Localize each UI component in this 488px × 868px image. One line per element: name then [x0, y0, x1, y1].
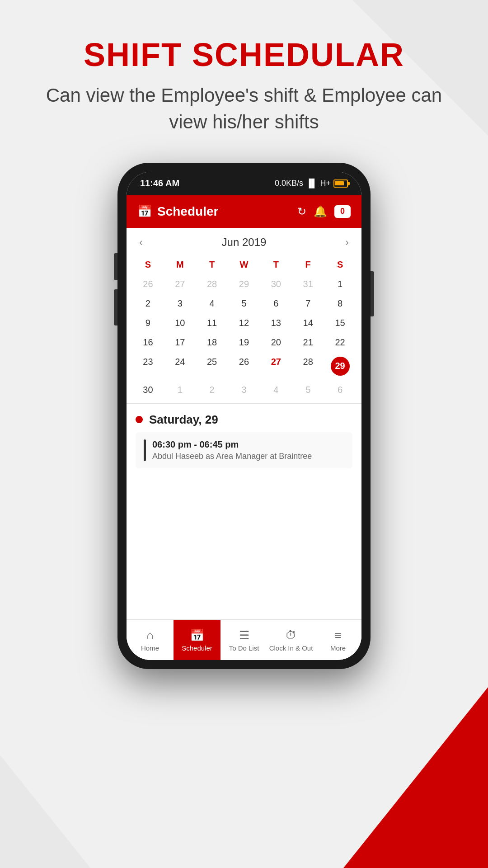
notification-badge[interactable]: 0	[334, 205, 351, 218]
cal-cell[interactable]: 17	[164, 333, 196, 352]
phone-mockup: 11:46 AM 0.0KB/s ▐▌ H+ 📅 Scheduler	[117, 163, 371, 669]
app-calendar-icon: 📅	[137, 204, 152, 218]
cal-cell[interactable]: 2	[196, 380, 228, 400]
cal-cell[interactable]: 3	[228, 380, 260, 400]
app-bar: 📅 Scheduler ↻ 🔔 0	[127, 195, 361, 228]
cal-cell[interactable]: 7	[292, 294, 324, 313]
app-bar-left: 📅 Scheduler	[137, 204, 218, 219]
calendar-header: ‹ Jun 2019 ›	[127, 228, 361, 257]
more-icon: ≡	[334, 628, 341, 642]
event-info: 06:30 pm - 06:45 pm Abdul Haseeb as Area…	[152, 439, 312, 461]
cal-cell[interactable]: 22	[324, 333, 356, 352]
cal-cell[interactable]: 19	[228, 333, 260, 352]
scheduler-icon: 📅	[190, 628, 204, 642]
cal-cell[interactable]: 6	[260, 294, 292, 313]
calendar-grid: S M T W T F S 26 27 28 29 30	[127, 257, 361, 400]
cal-cell[interactable]: 30	[132, 380, 164, 400]
next-month-button[interactable]: ›	[345, 236, 349, 249]
day-header-tue: T	[196, 257, 228, 273]
cal-cell[interactable]: 10	[164, 313, 196, 333]
cal-cell[interactable]: 23	[132, 352, 164, 380]
cal-cell[interactable]: 28	[292, 352, 324, 380]
cal-cell[interactable]: 15	[324, 313, 356, 333]
cal-cell[interactable]: 29	[228, 274, 260, 294]
todo-icon: ☰	[239, 628, 249, 642]
cal-cell[interactable]: 31	[292, 274, 324, 294]
cal-cell[interactable]: 24	[164, 352, 196, 380]
nav-label-scheduler: Scheduler	[182, 644, 212, 652]
bg-decoration-bottom-left	[0, 755, 90, 868]
status-time: 11:46 AM	[140, 178, 179, 189]
nav-item-more[interactable]: ≡ More	[314, 620, 361, 660]
battery-icon	[333, 179, 348, 188]
cal-cell[interactable]: 11	[196, 313, 228, 333]
cal-cell[interactable]: 30	[260, 274, 292, 294]
bg-decoration-bottom-right	[343, 687, 488, 868]
nav-item-home[interactable]: ⌂ Home	[127, 620, 174, 660]
cal-cell[interactable]: 1	[164, 380, 196, 400]
event-bar	[144, 439, 146, 461]
calendar-section: ‹ Jun 2019 › S M T W T F S	[127, 228, 361, 660]
cal-cell[interactable]: 13	[260, 313, 292, 333]
page-header: SHIFT SCHEDULAR Can view the Employee's …	[0, 0, 488, 136]
nav-item-scheduler[interactable]: 📅 Scheduler	[174, 620, 221, 660]
cal-cell[interactable]: 25	[196, 352, 228, 380]
cal-cell[interactable]: 26	[228, 352, 260, 380]
cal-cell[interactable]: 18	[196, 333, 228, 352]
app-bar-right: ↻ 🔔 0	[297, 205, 351, 218]
calendar-week-4: 16 17 18 19 20 21 22	[132, 333, 356, 352]
day-header-thu: T	[260, 257, 292, 273]
app-bar-title: Scheduler	[157, 204, 218, 219]
cal-cell[interactable]: 5	[228, 294, 260, 313]
day-header-mon: M	[164, 257, 196, 273]
cal-cell[interactable]: 2	[132, 294, 164, 313]
cal-cell[interactable]: 4	[196, 294, 228, 313]
cal-cell-today[interactable]: 27	[260, 352, 292, 380]
day-header-wed: W	[228, 257, 260, 273]
day-header-sun: S	[132, 257, 164, 273]
cal-cell[interactable]: 5	[292, 380, 324, 400]
event-date-row: Saturday, 29	[136, 413, 352, 427]
cal-cell[interactable]: 8	[324, 294, 356, 313]
cal-cell[interactable]: 14	[292, 313, 324, 333]
nav-label-home: Home	[141, 644, 159, 652]
cal-cell[interactable]: 26	[132, 274, 164, 294]
cal-cell[interactable]: 9	[132, 313, 164, 333]
event-date-label: Saturday, 29	[149, 413, 218, 427]
calendar-week-3: 9 10 11 12 13 14 15	[132, 313, 356, 333]
cal-cell[interactable]: 16	[132, 333, 164, 352]
cal-cell[interactable]: 3	[164, 294, 196, 313]
calendar-week-1: 26 27 28 29 30 31 1	[132, 274, 356, 294]
cal-cell[interactable]: 12	[228, 313, 260, 333]
calendar-week-5: 23 24 25 26 27 28 29	[132, 352, 356, 380]
cal-cell[interactable]: 4	[260, 380, 292, 400]
nav-item-clockinout[interactable]: ⏱ Clock In & Out	[267, 620, 314, 660]
cal-cell[interactable]: 6	[324, 380, 356, 400]
cal-cell-selected[interactable]: 29	[324, 352, 356, 380]
refresh-button[interactable]: ↻	[297, 205, 306, 218]
nav-item-todo[interactable]: ☰ To Do List	[221, 620, 267, 660]
bottom-nav: ⌂ Home 📅 Scheduler ☰ To Do List ⏱ Clock …	[127, 619, 361, 660]
day-header-fri: F	[292, 257, 324, 273]
phone-mockup-container: 11:46 AM 0.0KB/s ▐▌ H+ 📅 Scheduler	[0, 163, 488, 669]
event-time: 06:30 pm - 06:45 pm	[152, 439, 312, 450]
day-header-sat: S	[324, 257, 356, 273]
bell-button[interactable]: 🔔	[314, 205, 327, 218]
vol-down-button	[114, 289, 117, 326]
cal-cell[interactable]: 20	[260, 333, 292, 352]
home-icon: ⌂	[146, 628, 154, 642]
battery-tip	[348, 182, 350, 185]
cal-cell[interactable]: 21	[292, 333, 324, 352]
event-card[interactable]: 06:30 pm - 06:45 pm Abdul Haseeb as Area…	[136, 432, 352, 468]
network-type: H+	[320, 179, 331, 188]
clock-icon: ⏱	[285, 628, 297, 642]
phone-screen: 11:46 AM 0.0KB/s ▐▌ H+ 📅 Scheduler	[127, 172, 361, 660]
status-right: 0.0KB/s ▐▌ H+	[275, 179, 348, 188]
cal-cell[interactable]: 27	[164, 274, 196, 294]
cal-cell[interactable]: 1	[324, 274, 356, 294]
page-subtitle: Can view the Employee's shift & Employee…	[0, 82, 488, 136]
network-speed: 0.0KB/s	[275, 179, 303, 188]
prev-month-button[interactable]: ‹	[139, 236, 143, 249]
cal-cell[interactable]: 28	[196, 274, 228, 294]
calendar-month-label: Jun 2019	[222, 236, 267, 249]
